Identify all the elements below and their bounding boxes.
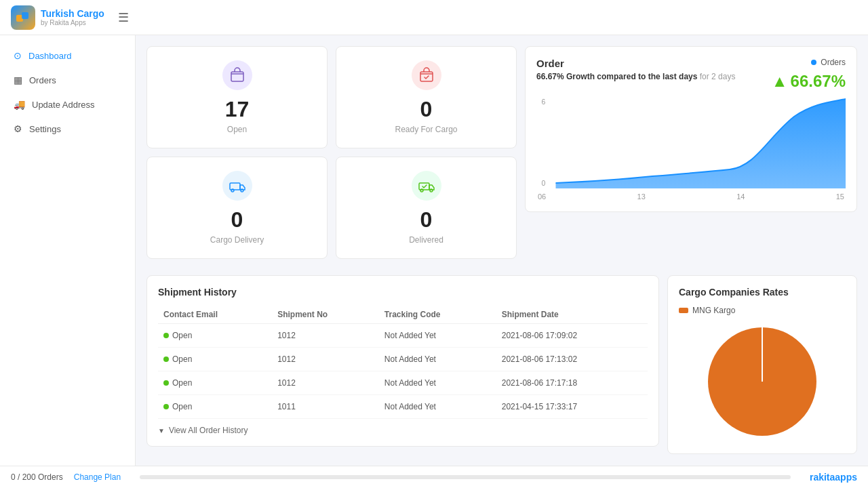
delivered-value: 0 <box>420 207 433 232</box>
status-label: Open <box>172 378 192 388</box>
sidebar-label-settings: Settings <box>29 124 61 134</box>
delivered-label: Delivered <box>409 235 443 245</box>
open-label: Open <box>227 125 247 134</box>
right-panel: Order Orders 66.67% Growth compared to t… <box>525 46 857 267</box>
delivered-icon-circle <box>412 171 441 201</box>
cargo-delivery-value: 0 <box>231 207 243 232</box>
cell-shipment-no: 1012 <box>272 371 379 395</box>
cell-shipment-no: 1011 <box>272 395 379 419</box>
col-shipment-date: Shipment Date <box>496 306 648 324</box>
app-title: Turkish Cargo <box>41 8 104 19</box>
rates-legend-dot <box>679 308 688 313</box>
growth-days: for 2 days <box>700 72 736 81</box>
rates-section: Cargo Companies Rates MNG Kargo <box>667 275 857 454</box>
status-dot-open <box>163 333 169 338</box>
change-plan-link[interactable]: Change Plan <box>74 472 121 482</box>
cell-status: Open <box>158 348 272 371</box>
status-label: Open <box>172 331 192 340</box>
rates-legend: MNG Kargo <box>679 306 846 315</box>
cargo-delivery-label: Cargo Delivery <box>210 235 264 245</box>
cargo-rates-title: Cargo Companies Rates <box>679 287 846 298</box>
sidebar-item-update-address[interactable]: 🚚 Update Address <box>0 92 135 117</box>
col-shipment-no: Shipment No <box>272 306 379 324</box>
sidebar-item-dashboard[interactable]: ⊙ Dashboard <box>0 43 135 68</box>
shipment-card: Shipment History Contact Email Shipment … <box>146 275 659 447</box>
footer-logo-text: rakita <box>810 472 835 483</box>
x-label-14: 14 <box>736 192 745 201</box>
sidebar-label-orders: Orders <box>29 75 56 85</box>
order-chart-header: Order Orders <box>536 58 846 69</box>
logo-area: Turkish Cargo by Rakita Apps <box>11 5 104 30</box>
status-label: Open <box>172 354 192 364</box>
top-header: Turkish Cargo by Rakita Apps ☰ <box>0 0 868 35</box>
order-chart-title: Order <box>536 58 564 69</box>
chart-svg: 6 0 <box>536 96 846 191</box>
cell-status: Open <box>158 395 272 419</box>
sidebar: ⊙ Dashboard ▦ Orders 🚚 Update Address ⚙ … <box>0 35 136 466</box>
growth-arrow-icon: ▲ <box>772 72 788 90</box>
footer-progress-bar <box>140 475 791 479</box>
open-icon-circle <box>222 60 252 90</box>
sidebar-label-dashboard: Dashboard <box>28 51 72 61</box>
x-label-06: 06 <box>538 192 546 201</box>
svg-point-5 <box>231 189 234 192</box>
sidebar-item-settings[interactable]: ⚙ Settings <box>0 117 135 141</box>
table-row: Open 1011 Not Added Yet 2021-04-15 17:33… <box>158 395 648 419</box>
x-label-13: 13 <box>637 192 646 201</box>
shipment-title: Shipment History <box>158 287 648 298</box>
svg-rect-2 <box>231 72 243 81</box>
chart-area: 6 0 <box>536 96 846 191</box>
stat-card-ready-for-cargo: 0 Ready For Cargo <box>336 46 517 148</box>
ready-icon-circle <box>412 60 441 90</box>
stat-card-delivered: 0 Delivered <box>336 157 517 259</box>
shipment-table-body: Open 1012 Not Added Yet 2021-08-06 17:09… <box>158 324 648 419</box>
cell-status: Open <box>158 371 272 395</box>
logo-text: Turkish Cargo by Rakita Apps <box>41 8 104 26</box>
history-section: Shipment History Contact Email Shipment … <box>146 275 659 454</box>
rates-legend-label: MNG Kargo <box>692 306 735 315</box>
stat-card-open: 17 Open <box>146 46 328 148</box>
col-contact-email: Contact Email <box>158 306 272 324</box>
table-row: Open 1012 Not Added Yet 2021-08-06 17:13… <box>158 348 648 371</box>
sidebar-label-update-address: Update Address <box>32 100 95 110</box>
growth-value: ▲66.67% <box>772 72 846 91</box>
pie-chart <box>701 321 823 443</box>
svg-point-8 <box>420 189 423 192</box>
open-value: 17 <box>225 97 250 122</box>
x-label-15: 15 <box>836 192 844 201</box>
app-sub: by Rakita Apps <box>41 19 104 26</box>
footer-logo: rakitaapps <box>810 472 857 483</box>
status-dot-open <box>163 357 169 362</box>
cell-date: 2021-08-06 17:17:18 <box>496 371 648 395</box>
chevron-down-icon: ▼ <box>158 427 165 434</box>
delivery-icon-circle <box>222 171 252 201</box>
cell-tracking-code: Not Added Yet <box>379 348 496 371</box>
top-row: 17 Open 0 <box>146 46 857 267</box>
svg-point-9 <box>430 189 433 192</box>
bottom-row: Shipment History Contact Email Shipment … <box>146 275 857 454</box>
status-dot-open <box>163 380 169 386</box>
footer: 0 / 200 Orders Change Plan rakitaapps <box>0 466 868 488</box>
cell-date: 2021-08-06 17:09:02 <box>496 324 648 348</box>
pie-container <box>679 321 846 443</box>
legend-label: Orders <box>821 58 846 67</box>
sidebar-item-orders[interactable]: ▦ Orders <box>0 68 135 92</box>
legend-dot <box>811 60 816 65</box>
cell-date: 2021-08-06 17:13:02 <box>496 348 648 371</box>
table-row: Open 1012 Not Added Yet 2021-08-06 17:17… <box>158 371 648 395</box>
hamburger-menu[interactable]: ☰ <box>118 10 129 25</box>
cell-tracking-code: Not Added Yet <box>379 324 496 348</box>
shipment-table-head: Contact Email Shipment No Tracking Code … <box>158 306 648 324</box>
orders-icon: ▦ <box>14 75 22 85</box>
svg-text:6: 6 <box>542 98 546 106</box>
footer-usage: 0 / 200 Orders <box>11 472 63 482</box>
view-all-button[interactable]: ▼ View All Order History <box>158 426 648 435</box>
order-growth-text: 66.67% Growth compared to the last days … <box>536 72 735 81</box>
stat-cards-area: 17 Open 0 <box>146 46 517 267</box>
growth-bold: 66.67% Growth compared to the last days <box>536 72 697 81</box>
cell-tracking-code: Not Added Yet <box>379 371 496 395</box>
svg-point-6 <box>241 189 243 192</box>
order-chart-card: Order Orders 66.67% Growth compared to t… <box>525 46 857 212</box>
dashboard-icon: ⊙ <box>14 50 22 61</box>
svg-text:0: 0 <box>542 179 546 187</box>
